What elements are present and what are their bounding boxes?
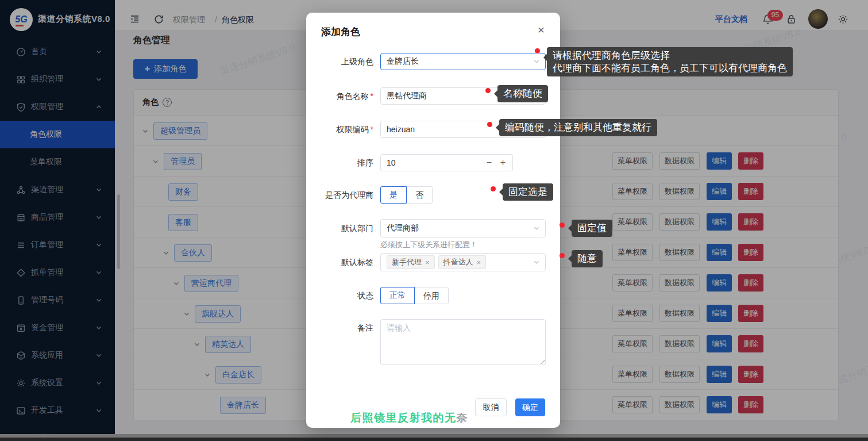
annotation-dot — [535, 48, 540, 53]
lyric-rest: 奈 — [457, 412, 469, 424]
tag-chip: 新手代理 × — [387, 255, 435, 269]
confirm-button[interactable]: 确定 — [515, 398, 545, 416]
department-select[interactable]: 代理商部 — [380, 219, 546, 237]
annotation-tooltip: 随意 — [572, 250, 603, 267]
annotation-text: 固定值 — [577, 222, 607, 235]
chevron-down-icon — [533, 259, 540, 266]
tag-chip-label: 抖音达人 — [443, 257, 473, 267]
annotation-dot — [560, 253, 565, 258]
tag-chip: 抖音达人 × — [438, 255, 487, 269]
tooltip-arrow-icon — [568, 255, 572, 262]
remark-label: 备注 — [306, 319, 373, 336]
superior-role-label: 上级角色 — [306, 53, 373, 70]
chevron-down-icon — [533, 58, 540, 65]
tooltip-arrow-icon — [543, 54, 547, 61]
tooltip-arrow-icon — [499, 189, 503, 195]
remove-tag-icon[interactable]: × — [477, 258, 481, 267]
superior-role-value: 金牌店长 — [387, 56, 419, 67]
tags-label: 默认标签 — [306, 253, 373, 271]
sort-value: 10 — [387, 158, 396, 167]
status-option-normal[interactable]: 正常 — [380, 287, 415, 304]
modal-title: 添加角色 — [321, 25, 360, 39]
field-status: 状态 正常 停用 — [306, 287, 560, 304]
annotation-tooltip: 编码随便，注意别和其他重复就行 — [499, 119, 657, 136]
required-asterisk: * — [371, 125, 373, 134]
annotation-dot — [491, 186, 496, 191]
app-window: 5G 渠道分销系统V8.0 首页组织管理权限管理角色权限菜单权限渠道管理商品管理… — [0, 0, 868, 441]
tooltip-arrow-icon — [496, 124, 499, 131]
annotation-dot — [487, 122, 492, 127]
department-label: 默认部门 — [306, 219, 373, 237]
remove-tag-icon[interactable]: × — [425, 258, 430, 267]
chevron-down-icon — [533, 225, 540, 232]
tags-multiselect[interactable]: 新手代理 × 抖音达人 × — [380, 253, 546, 271]
sort-stepper[interactable]: 10 − + — [380, 154, 513, 171]
field-remark: 备注 — [306, 319, 560, 365]
role-name-label: 角色名称 — [337, 91, 369, 101]
permission-code-value: heizuan — [387, 125, 415, 134]
annotation-tooltip: 固定值 — [572, 220, 612, 237]
tooltip-arrow-icon — [494, 90, 497, 97]
superior-role-select[interactable]: 金牌店长 — [380, 53, 546, 70]
permission-code-label: 权限编码 — [337, 125, 369, 134]
required-asterisk: * — [371, 91, 373, 101]
is-agent-option-no[interactable]: 否 — [406, 186, 433, 204]
role-name-value: 黑钻代理商 — [387, 91, 427, 101]
annotation-text: 固定选是 — [508, 186, 547, 198]
tag-chip-label: 新手代理 — [392, 257, 422, 267]
field-department: 默认部门 代理商部 — [306, 219, 560, 237]
annotation-text: 请根据代理商角色层级选择 — [553, 49, 787, 62]
is-agent-label: 是否为代理商 — [306, 186, 373, 204]
tooltip-arrow-icon — [568, 225, 572, 232]
remark-textarea[interactable] — [380, 319, 546, 365]
annotation-text: 名称随便 — [503, 87, 542, 100]
department-value: 代理商部 — [387, 223, 419, 233]
plus-icon[interactable]: + — [500, 155, 506, 171]
sort-label: 排序 — [306, 154, 373, 171]
close-icon[interactable]: × — [535, 24, 547, 36]
annotation-dot — [485, 88, 491, 93]
is-agent-option-yes[interactable]: 是 — [380, 186, 407, 204]
annotation-tooltip: 名称随便 — [497, 85, 548, 102]
annotation-dot — [560, 223, 565, 228]
annotation-text: 随意 — [577, 252, 597, 265]
field-tags: 默认标签 新手代理 × 抖音达人 × — [306, 253, 560, 271]
status-option-disabled[interactable]: 停用 — [414, 287, 449, 304]
department-hint: 必须按上下级关系进行配置！ — [380, 240, 477, 250]
lyric-overlay: 后照镜里反射我的无奈 — [350, 411, 468, 425]
field-sort: 排序 10 − + — [306, 154, 560, 171]
add-role-modal: 添加角色 × 上级角色 金牌店长 角色名称* 黑钻代理商 权限编码* heizu… — [306, 13, 560, 428]
status-label: 状态 — [306, 287, 373, 304]
minus-icon[interactable]: − — [487, 155, 492, 171]
annotation-text: 编码随便，注意别和其他重复就行 — [505, 121, 651, 134]
annotation-tooltip: 固定选是 — [503, 183, 553, 201]
field-superior-role: 上级角色 金牌店长 — [306, 53, 560, 70]
annotation-tooltip: 请根据代理商角色层级选择代理商下面不能有员工角色，员工下可以有代理商角色 — [547, 47, 793, 76]
cancel-button[interactable]: 取消 — [475, 398, 507, 416]
lyric-highlight: 后照镜里反射我的无 — [350, 412, 457, 424]
annotation-text: 代理商下面不能有员工角色，员工下可以有代理商角色 — [553, 62, 787, 75]
